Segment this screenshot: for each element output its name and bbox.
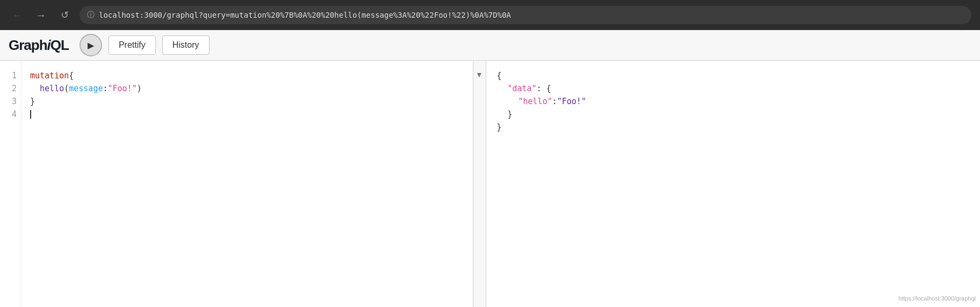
line-number: 4 [4,108,17,121]
field-hello: hello [40,82,64,95]
line-number: 2 [4,82,17,95]
response-line-4: } [497,108,970,121]
play-icon: ▶ [88,40,94,50]
code-line-2: hello ( message : "Foo!" ) [30,82,464,95]
graphiql-logo: GraphiQL [9,37,69,54]
line-number: 3 [4,95,17,108]
logo-ql: QL [51,37,69,53]
chevron-down-icon[interactable]: ▼ [475,70,483,79]
status-bar: https://localhost:3000/graphql [898,292,976,305]
editor-panel[interactable]: 1 2 3 4 mutation { hello ( message : "Fo… [0,61,473,307]
line-number: 1 [4,69,17,82]
code-line-1: mutation { [30,69,464,82]
arg-message: message [69,82,103,95]
prettify-button[interactable]: Prettify [109,35,156,55]
url-text: localhost:3000/graphql?query=mutation%20… [99,11,511,19]
toolbar: GraphiQL ▶ Prettify History [0,30,980,61]
keyword-mutation: mutation [30,69,69,82]
forward-button[interactable]: → [32,6,49,24]
code-line-4 [30,108,464,121]
divider: ▼ [473,61,486,307]
response-line-5: } [497,121,970,134]
response-line-2: "data" : { [497,82,970,95]
browser-bar: ← → ↺ ⓘ localhost:3000/graphql?query=mut… [0,0,980,30]
response-line-1: { [497,69,970,82]
code-editor[interactable]: mutation { hello ( message : "Foo!" ) } [21,61,473,307]
response-line-3: "hello" : "Foo!" [497,95,970,108]
logo-graph: Graph [9,37,47,53]
line-numbers: 1 2 3 4 [0,61,21,307]
string-foo: "Foo!" [108,82,137,95]
main-area: 1 2 3 4 mutation { hello ( message : "Fo… [0,61,980,307]
response-panel: { "data" : { "hello" : "Foo!" } } https:… [486,61,981,307]
run-button[interactable]: ▶ [80,34,102,56]
code-line-3: } [30,95,464,108]
info-icon: ⓘ [87,10,95,20]
back-button[interactable]: ← [9,6,26,24]
history-button[interactable]: History [162,35,210,55]
address-bar[interactable]: ⓘ localhost:3000/graphql?query=mutation%… [80,6,971,24]
cursor [30,110,31,119]
graphiql-app: GraphiQL ▶ Prettify History 1 2 3 4 muta… [0,30,980,307]
reload-button[interactable]: ↺ [56,6,73,24]
